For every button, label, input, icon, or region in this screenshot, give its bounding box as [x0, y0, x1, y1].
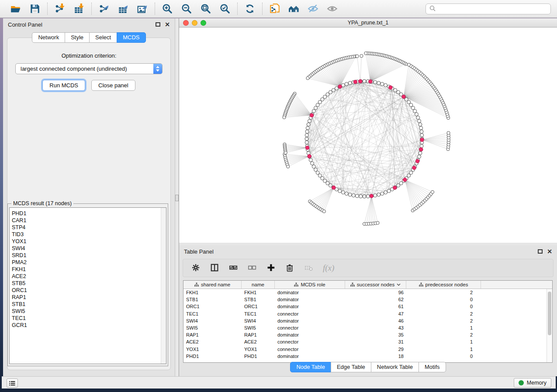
network-node[interactable] [416, 116, 420, 119]
tab-mcds[interactable]: MCDS [117, 32, 145, 43]
delete-selected-button[interactable] [285, 263, 295, 273]
mcds-result-item[interactable]: PHD1 [10, 210, 166, 217]
network-node[interactable] [341, 191, 345, 194]
select-all-rows-button[interactable] [229, 263, 239, 273]
network-node[interactable] [418, 155, 421, 158]
mcds-hub-node[interactable] [419, 148, 423, 151]
column-header-shared-name[interactable]: shared name [183, 281, 242, 289]
table-row[interactable]: SWI4SWI4dominator462 [183, 317, 547, 324]
network-node[interactable] [377, 193, 381, 196]
network-node[interactable] [338, 189, 342, 193]
network-node[interactable] [420, 130, 423, 133]
mcds-result-item[interactable]: SRD1 [10, 252, 166, 259]
network-node[interactable] [348, 81, 352, 85]
network-node[interactable] [374, 80, 377, 84]
minimize-window-icon[interactable] [192, 20, 197, 26]
table-row[interactable]: TEC1TEC1connector472 [183, 310, 547, 317]
network-node[interactable] [312, 165, 315, 168]
network-node[interactable] [305, 141, 308, 144]
delete-table-button[interactable] [304, 263, 314, 273]
first-neighbors-button[interactable] [288, 3, 300, 15]
column-header-name[interactable]: name [242, 281, 275, 289]
network-node[interactable] [419, 123, 422, 126]
network-node[interactable] [309, 158, 312, 162]
table-row[interactable]: SWI5SWI5connector431 [183, 324, 547, 331]
mcds-hub-node[interactable] [415, 159, 419, 163]
tab-network-table[interactable]: Network Table [371, 362, 419, 372]
mcds-result-item[interactable]: RAP1 [10, 294, 166, 301]
export-image-button[interactable] [136, 3, 149, 15]
table-row[interactable]: ACE2ACE2connector311 [183, 338, 547, 345]
mcds-hub-node[interactable] [402, 95, 406, 99]
close-window-icon[interactable] [183, 20, 189, 26]
deselect-all-rows-button[interactable] [248, 263, 257, 273]
table-mode-gear-button[interactable] [191, 263, 201, 273]
network-node[interactable] [355, 194, 359, 198]
network-node[interactable] [314, 106, 318, 110]
duplicate-network-button[interactable] [269, 3, 281, 15]
column-header-successor-nodes[interactable]: successor nodes [345, 281, 406, 289]
tab-edge-table[interactable]: Edge Table [331, 362, 371, 372]
mcds-result-item[interactable]: FKH1 [10, 266, 166, 273]
network-node[interactable] [345, 82, 348, 86]
network-node[interactable] [420, 144, 423, 148]
optimization-criterion-dropdown[interactable]: largest connected component (undirected) [15, 63, 163, 74]
zoom-out-button[interactable] [180, 3, 193, 15]
vertical-splitter[interactable] [175, 18, 179, 376]
network-node[interactable] [384, 83, 387, 87]
add-column-button[interactable] [266, 263, 276, 273]
mcds-hub-node[interactable] [403, 178, 407, 182]
task-history-button[interactable] [7, 378, 18, 388]
network-node[interactable] [413, 109, 417, 113]
network-leaf-node[interactable] [447, 131, 450, 134]
network-node[interactable] [308, 119, 311, 123]
memory-button[interactable]: Memory [514, 378, 551, 388]
network-leaf-node[interactable] [283, 116, 286, 119]
search-box[interactable] [426, 3, 551, 14]
network-node[interactable] [359, 195, 363, 198]
mcds-hub-node[interactable] [358, 79, 362, 83]
table-row[interactable]: STB1STB1dominator620 [183, 296, 547, 303]
mcds-hub-node[interactable] [308, 155, 311, 158]
network-leaf-node[interactable] [322, 210, 325, 213]
zoom-fit-button[interactable] [200, 3, 212, 15]
mcds-hub-node[interactable] [389, 86, 393, 89]
run-mcds-button[interactable]: Run MCDS [42, 80, 85, 91]
network-leaf-node[interactable] [407, 63, 410, 66]
table-row[interactable]: YOX1YOX1connector291 [183, 346, 547, 353]
save-session-button[interactable] [29, 3, 41, 15]
table-row[interactable]: RAP1RAP1dominator352 [183, 331, 547, 338]
float-table-panel-icon[interactable] [538, 249, 543, 254]
mcds-result-item[interactable]: GCR1 [10, 322, 166, 329]
mcds-result-item[interactable]: CAR1 [10, 217, 166, 224]
network-leaf-node[interactable] [364, 52, 367, 55]
network-node[interactable] [419, 151, 422, 155]
table-scrollbar-thumb[interactable] [548, 292, 551, 335]
column-header-mcds-role[interactable]: MCDS role [275, 281, 345, 289]
close-table-panel-icon[interactable]: ✕ [547, 249, 552, 254]
mcds-result-item[interactable]: ORC1 [10, 287, 166, 294]
network-node[interactable] [381, 82, 384, 86]
mcds-hub-node[interactable] [368, 79, 372, 83]
table-scrollbar[interactable] [547, 289, 552, 362]
mcds-result-item[interactable]: SWI4 [10, 245, 166, 252]
network-node[interactable] [384, 191, 387, 194]
network-node[interactable] [387, 189, 391, 193]
network-leaf-node[interactable] [360, 55, 363, 58]
network-node[interactable] [307, 123, 310, 126]
network-node[interactable] [415, 113, 418, 116]
network-node[interactable] [312, 109, 315, 113]
network-node[interactable] [419, 126, 423, 130]
import-table-button[interactable] [73, 3, 85, 15]
mcds-result-item[interactable]: STP4 [10, 224, 166, 231]
mcds-hub-node[interactable] [338, 85, 342, 89]
mcds-hub-node[interactable] [420, 138, 424, 142]
mcds-result-item[interactable]: SWI5 [10, 308, 166, 315]
mcds-hub-node[interactable] [412, 166, 416, 170]
mcds-hub-node[interactable] [393, 186, 397, 190]
mcds-hub-node[interactable] [353, 80, 357, 84]
network-node[interactable] [305, 137, 308, 141]
network-node[interactable] [366, 195, 370, 198]
mcds-result-list[interactable]: PHD1CAR1STP4TID3YOX1SWI4SRD1PMA2FKH1ACE2… [9, 207, 166, 364]
import-network-button[interactable] [54, 3, 66, 15]
